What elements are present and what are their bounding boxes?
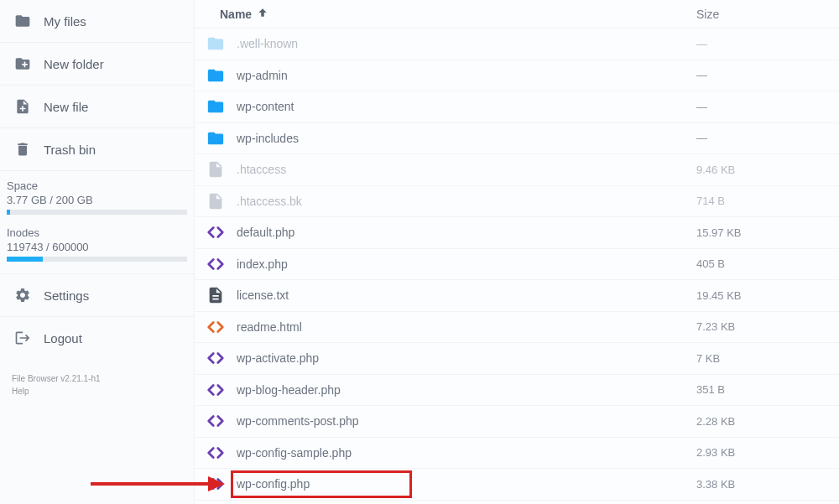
code-icon <box>195 318 237 336</box>
folder-icon <box>195 34 237 53</box>
file-name: .htaccess.bk <box>237 195 696 208</box>
file-size: 2.93 KB <box>696 446 839 459</box>
file-list: .well-known — wp-admin — wp-content — wp… <box>195 29 839 504</box>
main-panel: Name Size .well-known — wp-admin — wp-co… <box>195 0 839 504</box>
file-size: 7.23 KB <box>696 320 839 333</box>
nav-label: Settings <box>44 288 89 303</box>
text-icon <box>195 286 237 304</box>
file-row[interactable]: wp-includes — <box>195 123 839 155</box>
file-size: — <box>696 132 839 144</box>
file-name: readme.html <box>237 320 696 334</box>
progress-bar <box>7 210 187 215</box>
file-row[interactable]: wp-comments-post.php 2.28 KB <box>195 406 839 438</box>
code-icon <box>195 223 237 242</box>
file-row[interactable]: readme.html 7.23 KB <box>195 312 839 344</box>
file-size: 7 KB <box>696 352 839 365</box>
gear-icon <box>13 286 32 304</box>
help-link[interactable]: Help <box>12 385 182 397</box>
nav-label: New folder <box>44 57 104 71</box>
file-name: wp-activate.php <box>237 351 696 365</box>
stat-inodes: Inodes 119743 / 600000 <box>7 226 187 262</box>
nav-label: My files <box>44 14 86 29</box>
code-icon <box>195 412 237 430</box>
progress-bar <box>7 257 187 262</box>
file-name: .well-known <box>237 37 696 50</box>
file-row[interactable]: .well-known — <box>195 29 839 60</box>
header-name-label: Name <box>220 8 252 21</box>
nav-logout[interactable]: Logout <box>0 317 194 359</box>
stats-panel: Space 3.77 GB / 200 GB Inodes 119743 / 6… <box>0 171 194 274</box>
file-size: 19.45 KB <box>696 289 839 302</box>
file-row[interactable]: wp-config.php 3.38 KB <box>195 469 839 501</box>
nav-my-files[interactable]: My files <box>0 0 194 43</box>
file-row[interactable]: .htaccess.bk 714 B <box>195 186 839 218</box>
header-size-label: Size <box>696 8 719 21</box>
file-size: — <box>696 38 839 50</box>
new-file-icon <box>13 97 32 116</box>
file-row[interactable]: wp-admin — <box>195 60 839 92</box>
file-name: wp-admin <box>237 69 696 82</box>
file-size: 351 B <box>696 383 839 396</box>
stat-value: 3.77 GB / 200 GB <box>7 194 187 206</box>
file-name: wp-config-sample.php <box>237 446 696 460</box>
stat-value: 119743 / 600000 <box>7 241 187 253</box>
nav-new-file[interactable]: New file <box>0 86 194 128</box>
code-icon <box>195 349 237 367</box>
footer-note: File Browser v2.21.1-h1 Help <box>0 359 194 411</box>
file-name: .htaccess <box>237 163 696 176</box>
file-row[interactable]: wp-content — <box>195 91 839 123</box>
file-size: — <box>696 69 839 81</box>
stat-label: Space <box>7 179 187 192</box>
sidebar: My files New folder New file Trash bin S… <box>0 0 195 504</box>
logout-icon <box>13 329 32 347</box>
stat-label: Inodes <box>7 226 187 239</box>
file-row[interactable]: wp-config-sample.php 2.93 KB <box>195 438 839 470</box>
file-row[interactable]: index.php 405 B <box>195 249 839 281</box>
file-size: 714 B <box>696 195 839 207</box>
file-row[interactable]: wp-blog-header.php 351 B <box>195 375 839 407</box>
nav-settings[interactable]: Settings <box>0 274 194 317</box>
nav-new-folder[interactable]: New folder <box>0 43 194 86</box>
file-size: — <box>696 101 839 113</box>
file-size: 9.46 KB <box>696 164 839 176</box>
code-icon <box>195 381 237 399</box>
nav-trash[interactable]: Trash bin <box>0 128 194 171</box>
new-folder-icon <box>13 55 32 73</box>
file-row[interactable]: license.txt 19.45 KB <box>195 280 839 312</box>
folder-icon <box>195 66 237 85</box>
trash-icon <box>13 140 32 158</box>
file-size: 3.38 KB <box>696 478 839 491</box>
file-size: 2.28 KB <box>696 415 839 428</box>
arrow-up-icon <box>257 7 268 21</box>
file-name: license.txt <box>237 288 696 302</box>
file-name: wp-content <box>237 100 696 113</box>
nav-label: Logout <box>44 331 82 346</box>
folder-icon <box>195 129 237 148</box>
folder-icon <box>13 12 32 30</box>
file-size: 405 B <box>696 257 839 270</box>
file-icon <box>195 160 237 179</box>
stat-space: Space 3.77 GB / 200 GB <box>7 179 187 215</box>
file-name: wp-includes <box>237 132 696 145</box>
nav-label: Trash bin <box>44 143 96 157</box>
file-name: wp-config.php <box>237 477 696 491</box>
list-header: Name Size <box>195 0 839 29</box>
file-size: 15.97 KB <box>696 226 839 239</box>
folder-icon <box>195 97 237 116</box>
file-row[interactable]: .htaccess 9.46 KB <box>195 154 839 186</box>
file-name: wp-blog-header.php <box>237 383 696 397</box>
file-name: wp-comments-post.php <box>237 414 696 428</box>
file-row[interactable]: default.php 15.97 KB <box>195 217 839 249</box>
file-name: index.php <box>237 257 696 271</box>
col-size-header[interactable]: Size <box>696 8 839 21</box>
file-icon <box>195 192 237 210</box>
version-text: File Browser v2.21.1-h1 <box>12 372 182 385</box>
col-name-header[interactable]: Name <box>195 7 696 21</box>
code-icon <box>195 255 237 273</box>
code-icon <box>195 444 237 462</box>
file-name: default.php <box>237 226 696 239</box>
nav-label: New file <box>44 100 88 114</box>
code-icon <box>195 475 237 493</box>
file-row[interactable]: wp-activate.php 7 KB <box>195 343 839 375</box>
